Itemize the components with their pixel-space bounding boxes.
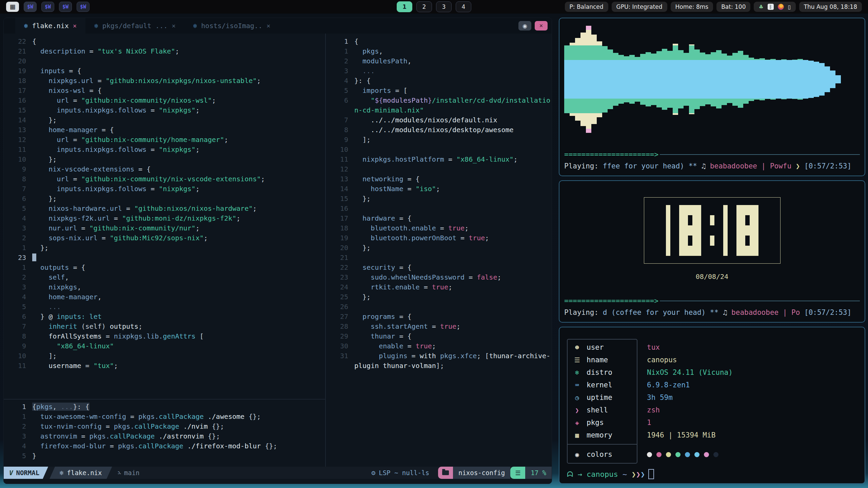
buffer-flake-nix[interactable]: 22{21 description = "tux's NixOS Flake";… <box>4 34 325 399</box>
close-window-button[interactable]: × <box>535 21 548 30</box>
tag-2[interactable]: 2 <box>416 1 432 12</box>
tab-label: hosts/isoImag.. <box>201 22 262 30</box>
code-line: 28 ssh.startAgent = true; <box>326 321 552 331</box>
layout-button[interactable]: ▦ <box>6 2 19 12</box>
prompt-chevron: ❯ <box>640 470 645 479</box>
code-line: 10 <box>326 144 552 154</box>
code-line: 8 ../../modules/nixos/desktop/awesome <box>326 125 552 135</box>
wave-bar <box>770 22 776 136</box>
code-line: 2 tux-nvim-config = pkgs.callPackage ./n… <box>4 421 325 431</box>
wave-bar <box>797 22 803 136</box>
branch-name: main <box>124 469 140 476</box>
nix-snowflake-icon: ❄ <box>24 22 28 29</box>
code-line: n-cd-minimal.nix" <box>326 105 552 115</box>
fetch-value-kernel: 6.9.8-zen1 <box>647 379 733 391</box>
plant-icon[interactable]: ♣ <box>758 4 763 10</box>
uptime-icon: ◷ <box>573 394 581 401</box>
code-line: 20 }; <box>326 243 552 252</box>
wave-bar <box>624 22 629 136</box>
tab-pkgs/default ...[interactable]: ❄pkgs/default ...× <box>85 18 184 34</box>
system-tray: ♣ᛒ▯ <box>754 2 795 12</box>
code-line: 1 tux-awesome-wm-config = pkgs.callPacka… <box>4 411 325 421</box>
color-dot <box>666 452 671 457</box>
clock-digit-1 <box>723 205 728 256</box>
system-fetch: ☻user☰hname❄distro⌨kernel◷uptime❯shell◈p… <box>567 339 857 464</box>
topbar-clock[interactable]: Thu Aug 08, 18:18 <box>799 2 862 12</box>
tag-3[interactable]: 3 <box>436 1 452 12</box>
phone-icon[interactable]: ▯ <box>788 4 791 10</box>
wave-bar <box>787 22 792 136</box>
code-line: 1 }; <box>4 243 325 252</box>
toggle-button[interactable]: ◉ <box>518 21 531 30</box>
left-split: 22{21 description = "tux's NixOS Flake";… <box>4 34 325 467</box>
wave-bar <box>732 22 738 136</box>
code-line: 23 <box>4 252 325 262</box>
shell-prompt[interactable]: ᗣ → canopus ~ ❯❯❯ <box>567 469 857 479</box>
code-line: 8 forAllSystems = nixpkgs.lib.genAttrs [ <box>4 331 325 341</box>
code-line: 19 inputs = { <box>4 66 325 76</box>
record-icon: ◉ <box>522 23 527 29</box>
fetch-row-pkgs: ◈pkgs <box>568 416 637 429</box>
wave-bar <box>662 22 667 136</box>
code-line: 6 }; <box>4 194 325 203</box>
separator-line <box>660 154 860 155</box>
close-tab-icon[interactable]: × <box>172 22 175 29</box>
tab-hosts/isoImag..[interactable]: ❄hosts/isoImag..× <box>184 18 279 34</box>
code-line: 5 imports = [ <box>326 85 552 95</box>
code-line: 1{ <box>326 36 552 46</box>
window-controls: ◉ × <box>518 21 548 30</box>
color-dot <box>647 452 652 457</box>
code-line: 11 inputs.nixpkgs.follows = "nixpkgs"; <box>4 144 325 154</box>
workspace-button[interactable]: $W <box>77 2 90 12</box>
clock-digit-8 <box>679 205 701 256</box>
code-line: 16 url = "github:nix-community/nixos-wsl… <box>4 95 325 105</box>
workspace-button[interactable]: $W <box>24 2 37 12</box>
wave-bar <box>618 22 624 136</box>
fetch-label: colors <box>587 450 612 459</box>
fetch-row-user: ☻user <box>568 341 637 353</box>
editor-window: ❄flake.nix×❄pkgs/default ...×❄hosts/isoI… <box>3 18 552 484</box>
shell-icon: ❯ <box>573 406 581 414</box>
wave-bar <box>776 22 781 136</box>
fetch-label: pkgs <box>587 419 604 427</box>
status-pill: GPU: Integrated <box>612 2 667 12</box>
code-line: 22{ <box>4 36 325 46</box>
code-line: 29 thunar = { <box>326 331 552 341</box>
buffer-hosts-isoimage[interactable]: 1{1 pkgs,2 modulesPath,3 ...4}: {5 impor… <box>325 34 552 467</box>
code-line: 21 description = "tux's NixOS Flake"; <box>4 46 325 56</box>
prompt-cursor <box>648 469 654 479</box>
wave-bar <box>684 22 689 136</box>
tab-flake.nix[interactable]: ❄flake.nix× <box>15 18 85 34</box>
color-dot <box>685 452 690 457</box>
bluetooth-icon[interactable]: ᛒ <box>768 4 774 10</box>
code-line: 11 username = "tux"; <box>4 361 325 370</box>
code-line: 30 enable = true; <box>326 341 552 351</box>
tag-list: 1234 <box>397 0 471 14</box>
tag-4[interactable]: 4 <box>456 1 471 12</box>
tag-1[interactable]: 1 <box>397 1 412 12</box>
clock-digit-1 <box>666 205 670 256</box>
audio-visualizer <box>564 22 860 136</box>
close-icon: × <box>539 22 543 29</box>
wave-bar <box>738 22 743 136</box>
fetch-value-distro: NixOS 24.11 (Vicuna) <box>647 366 733 379</box>
arrow-icon: → <box>578 470 587 479</box>
code-line: 4 home-manager, <box>4 292 325 302</box>
nix-snowflake-icon: ❄ <box>60 469 63 476</box>
color-dot <box>675 452 680 457</box>
workspace-button[interactable]: $W <box>59 2 72 12</box>
close-tab-icon[interactable]: × <box>73 22 77 29</box>
code-line: 25 }; <box>326 292 552 302</box>
close-tab-icon[interactable]: × <box>267 22 270 29</box>
status-pill: P: Balanced <box>565 2 608 12</box>
workspace-button[interactable]: $W <box>41 2 54 12</box>
code-line: 3 nixpkgs, <box>4 282 325 292</box>
code-line: 4 firefox-mod-blur = pkgs.callPackage ./… <box>4 441 325 451</box>
wave-bar <box>629 22 635 136</box>
flame-icon[interactable] <box>778 4 784 10</box>
wave-bar <box>602 22 608 136</box>
fetch-values: tuxcanopusNixOS 24.11 (Vicuna)6.9.8-zen1… <box>647 339 733 464</box>
buffer-pkgs-default-nix[interactable]: 1{pkgs, ...}: {1 tux-awesome-wm-config =… <box>4 399 325 467</box>
workspace-buttons: $W$W$W$W <box>24 2 90 12</box>
separator-row: =====================> <box>564 297 860 305</box>
